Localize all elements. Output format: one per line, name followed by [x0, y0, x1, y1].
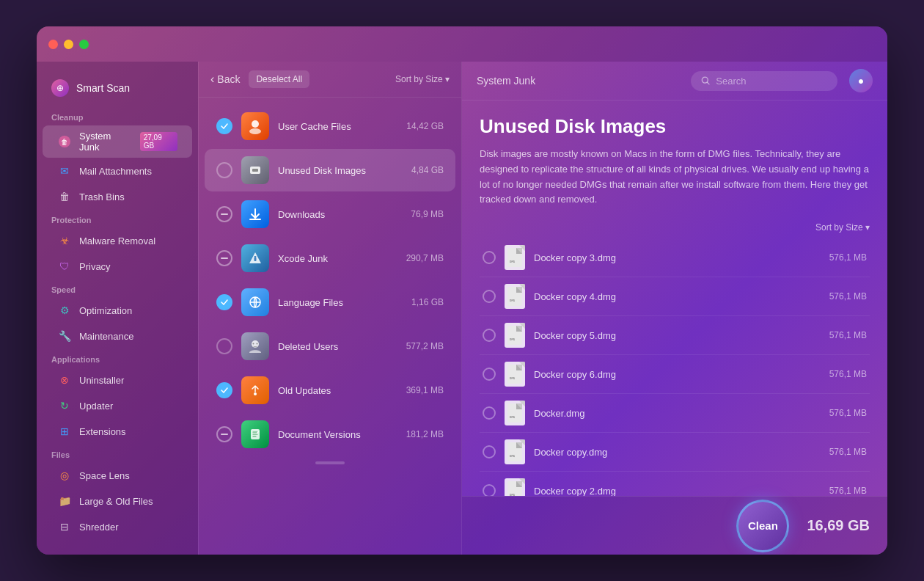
downloads-size: 76,9 MB	[411, 209, 444, 219]
file-item[interactable]: DMG Docker.dmg 576,1 MB	[480, 394, 870, 433]
file-item[interactable]: DMG Docker copy 6.dmg 576,1 MB	[480, 355, 870, 394]
svg-text:DMG: DMG	[510, 260, 516, 263]
detail-title: Unused Disk Images	[480, 115, 870, 138]
unused-disk-name: Unused Disk Images	[278, 165, 403, 176]
sidebar-item-updater[interactable]: ↻ Updater	[43, 393, 192, 418]
back-button[interactable]: ‹ Back	[210, 73, 240, 86]
document-versions-icon	[241, 420, 269, 448]
deselect-all-button[interactable]: Deselect All	[249, 70, 309, 88]
sidebar: ⊕ Smart Scan Cleanup 🗑 System Junk 27,09…	[37, 62, 198, 555]
svg-text:DMG: DMG	[510, 299, 516, 302]
right-sort-label[interactable]: Sort by Size ▾	[480, 222, 870, 233]
detail-description: Disk images are mostly known on Macs in …	[480, 147, 870, 208]
file-size: 576,1 MB	[829, 330, 867, 340]
checkbox-xcode[interactable]	[216, 250, 232, 266]
file-name: Docker copy 5.dmg	[534, 330, 821, 341]
list-item[interactable]: Xcode Junk 290,7 MB	[205, 237, 455, 279]
avatar: ●	[849, 69, 873, 92]
checkbox-language[interactable]	[216, 294, 232, 310]
file-name: Docker copy 4.dmg	[534, 291, 821, 302]
file-size: 576,1 MB	[829, 291, 867, 302]
file-item[interactable]: DMG Docker copy 5.dmg 576,1 MB	[480, 316, 870, 355]
xcode-name: Xcode Junk	[278, 253, 397, 264]
file-radio[interactable]	[483, 484, 496, 496]
items-list: User Cache Files 14,42 GB Unused Disk Im…	[199, 98, 461, 555]
file-radio[interactable]	[483, 251, 496, 264]
maximize-button[interactable]	[79, 40, 89, 49]
unused-disk-size: 4,84 GB	[411, 165, 444, 175]
total-size: 16,69 GB	[807, 517, 870, 534]
mail-icon: ✉	[57, 164, 72, 178]
system-junk-icon: 🗑	[57, 134, 72, 149]
sidebar-item-extensions[interactable]: ⊞ Extensions	[43, 419, 192, 444]
file-item[interactable]: DMG Docker copy 2.dmg 576,1 MB	[480, 472, 870, 496]
sidebar-item-trash-bins[interactable]: 🗑 Trash Bins	[43, 184, 192, 209]
file-size: 576,1 MB	[829, 369, 867, 379]
sidebar-item-malware-removal[interactable]: ☣ Malware Removal	[43, 228, 192, 253]
file-icon: DMG	[505, 245, 525, 270]
clean-button[interactable]: Clean	[736, 500, 789, 552]
file-radio[interactable]	[483, 290, 496, 303]
checkbox-old-updates[interactable]	[216, 382, 232, 398]
file-icon: DMG	[505, 401, 525, 425]
svg-rect-5	[252, 169, 258, 172]
sidebar-item-large-old-files[interactable]: 📁 Large & Old Files	[43, 489, 192, 514]
xcode-size: 290,7 MB	[406, 253, 444, 263]
list-item[interactable]: Downloads 76,9 MB	[205, 193, 455, 235]
file-name: Docker copy.dmg	[534, 447, 821, 458]
search-box[interactable]	[691, 71, 837, 91]
middle-header: ‹ Back Deselect All Sort by Size ▾	[199, 62, 461, 98]
checkbox-downloads[interactable]	[216, 206, 232, 222]
sidebar-item-system-junk[interactable]: 🗑 System Junk 27,09 GB	[43, 125, 192, 158]
checkbox-unused-disk[interactable]	[216, 162, 232, 178]
file-item[interactable]: DMG Docker copy 3.dmg 576,1 MB	[480, 238, 870, 277]
file-name: Docker.dmg	[534, 408, 821, 419]
privacy-icon: 🛡	[57, 259, 72, 274]
sidebar-item-shredder[interactable]: ⊟ Shredder	[43, 514, 192, 539]
file-icon: DMG	[505, 478, 525, 496]
file-radio[interactable]	[483, 445, 496, 458]
file-radio[interactable]	[483, 406, 496, 420]
list-item[interactable]: Old Updates 369,1 MB	[205, 369, 455, 412]
search-input[interactable]	[716, 76, 827, 87]
xcode-icon	[241, 244, 269, 272]
file-item[interactable]: DMG Docker copy 4.dmg 576,1 MB	[480, 277, 870, 316]
file-radio[interactable]	[483, 329, 496, 342]
optimization-icon: ⚙	[57, 303, 72, 318]
minimize-button[interactable]	[64, 40, 73, 49]
list-item[interactable]: Deleted Users 577,2 MB	[205, 325, 455, 368]
svg-point-3	[249, 128, 261, 134]
close-button[interactable]	[48, 40, 58, 49]
sidebar-item-optimization[interactable]: ⚙ Optimization	[43, 298, 192, 323]
file-icon: DMG	[505, 362, 525, 387]
checkbox-user-cache[interactable]	[216, 118, 232, 134]
sidebar-item-mail-attachments[interactable]: ✉ Mail Attachments	[43, 158, 192, 183]
section-label-cleanup: Cleanup	[37, 107, 198, 125]
file-radio[interactable]	[483, 368, 496, 381]
list-item[interactable]: Language Files 1,16 GB	[205, 281, 455, 324]
user-cache-size: 14,42 GB	[406, 121, 444, 131]
sidebar-item-space-lens[interactable]: ◎ Space Lens	[43, 463, 192, 488]
sidebar-item-smart-scan[interactable]: ⊕ Smart Scan	[37, 73, 198, 107]
list-item[interactable]: User Cache Files 14,42 GB	[205, 105, 455, 147]
sidebar-item-uninstaller[interactable]: ⊗ Uninstaller	[43, 368, 192, 392]
unused-disk-icon	[241, 156, 269, 184]
main-window: ⊕ Smart Scan Cleanup 🗑 System Junk 27,09…	[37, 26, 887, 555]
middle-sort-label[interactable]: Sort by Size ▾	[395, 74, 450, 84]
section-label-speed: Speed	[37, 279, 198, 297]
list-item[interactable]: Unused Disk Images 4,84 GB	[205, 149, 455, 191]
privacy-label: Privacy	[79, 261, 111, 272]
right-content: Unused Disk Images Disk images are mostl…	[462, 101, 887, 496]
uninstaller-label: Uninstaller	[79, 375, 124, 386]
svg-text:DMG: DMG	[510, 415, 516, 419]
sidebar-item-maintenance[interactable]: 🔧 Maintenance	[43, 324, 192, 348]
file-item[interactable]: DMG Docker copy.dmg 576,1 MB	[480, 433, 870, 472]
section-label-files: Files	[37, 445, 198, 462]
trash-icon: 🗑	[57, 189, 72, 204]
checkbox-deleted-users[interactable]	[216, 338, 232, 354]
checkbox-document-versions[interactable]	[216, 426, 232, 442]
sidebar-item-privacy[interactable]: 🛡 Privacy	[43, 254, 192, 279]
file-name: Docker copy 3.dmg	[534, 252, 821, 263]
list-item[interactable]: Document Versions 181,2 MB	[205, 413, 455, 456]
svg-text:DMG: DMG	[510, 337, 516, 341]
